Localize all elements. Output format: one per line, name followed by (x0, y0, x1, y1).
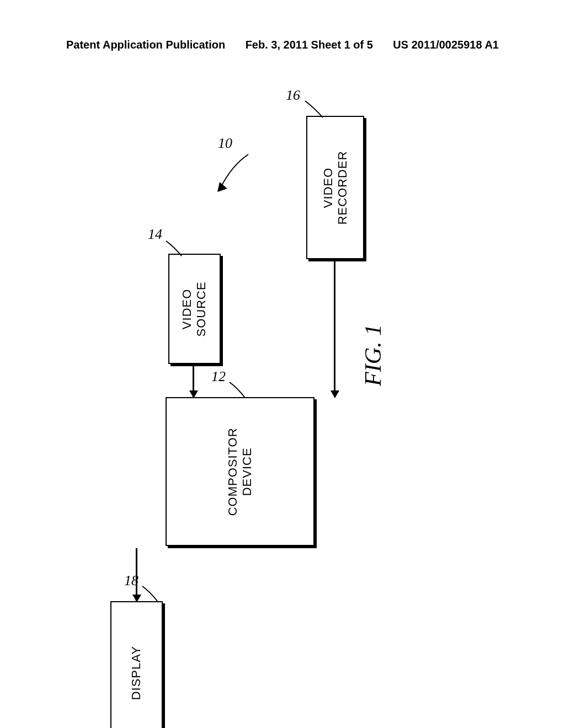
arrow-recorder-to-compositor-v (334, 261, 335, 397)
box-compositor: COMPOSITOR DEVICE (166, 397, 315, 546)
ref-recorder: 16 (286, 87, 300, 104)
label-display: DISPLAY (129, 646, 143, 700)
callout-compositor (225, 379, 253, 402)
page-header: Patent Application Publication Feb. 3, 2… (0, 39, 565, 51)
arrow-source-to-compositor-head (189, 390, 198, 398)
callout-source (162, 238, 189, 260)
diagram: 10 VIDEO RECORDER 16 VIDEO SOURCE 14 COM… (0, 83, 565, 689)
arrow-compositor-to-display-head (132, 595, 141, 602)
page: Patent Application Publication Feb. 3, 2… (0, 0, 565, 728)
ref-system: 10 (218, 135, 232, 152)
label-compositor: COMPOSITOR DEVICE (226, 427, 255, 516)
header-center: Feb. 3, 2011 Sheet 1 of 5 (246, 39, 373, 51)
figure-label: FIG. 1 (360, 324, 386, 386)
callout-recorder (301, 98, 328, 120)
box-video-recorder: VIDEO RECORDER (306, 116, 364, 259)
box-display: DISPLAY (110, 601, 163, 728)
header-right: US 2011/0025918 A1 (393, 39, 499, 51)
header-left: Patent Application Publication (66, 39, 225, 51)
arrow-compositor-to-display-line (136, 548, 137, 601)
label-video-source: VIDEO SOURCE (180, 281, 209, 336)
callout-display (138, 584, 166, 606)
box-video-source: VIDEO SOURCE (168, 254, 221, 364)
ref-source: 14 (148, 226, 162, 243)
arrow-recorder-to-compositor-head (331, 390, 339, 398)
label-video-recorder: VIDEO RECORDER (321, 151, 350, 224)
callout-system-arrow (210, 149, 259, 199)
ref-compositor: 12 (211, 368, 226, 385)
